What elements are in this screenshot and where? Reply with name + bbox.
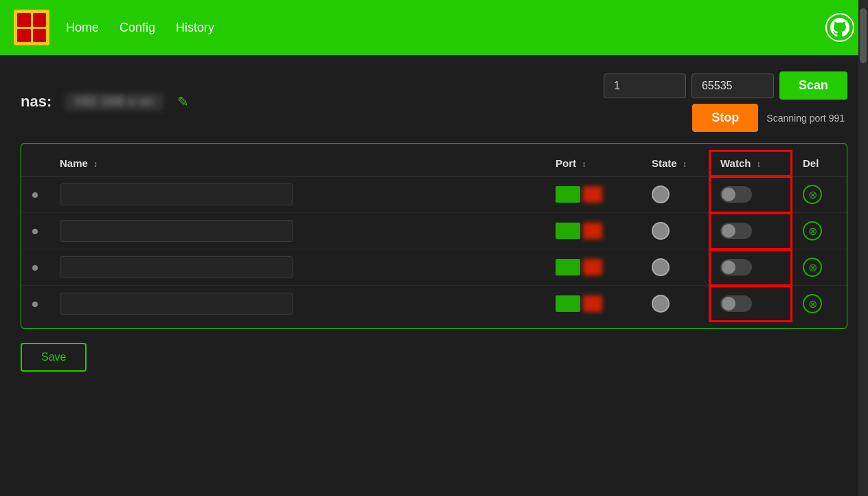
- delete-button[interactable]: ⊗: [803, 294, 822, 313]
- row-name-cell: [49, 286, 545, 322]
- delete-button[interactable]: ⊗: [803, 221, 822, 240]
- row-port-cell: [545, 177, 641, 213]
- port-red-block: [583, 295, 602, 312]
- row-del-cell: ⊗: [792, 286, 847, 322]
- toggle-thumb: [722, 224, 735, 238]
- row-dot: [32, 265, 38, 271]
- col-header-port[interactable]: Port ↕: [545, 150, 641, 177]
- watch-toggle[interactable]: [720, 295, 752, 312]
- col-header-dot: [21, 150, 49, 177]
- row-name-input[interactable]: [60, 220, 293, 242]
- nav-history[interactable]: History: [176, 21, 214, 35]
- state-circle: [652, 295, 670, 313]
- edit-icon[interactable]: ✎: [177, 93, 189, 110]
- host-ip: 192.168.x.xx: [65, 93, 163, 111]
- logo-cell: [33, 13, 47, 27]
- row-watch-cell: [709, 213, 792, 249]
- watch-toggle[interactable]: [720, 223, 752, 239]
- watch-toggle[interactable]: [720, 259, 752, 275]
- row-name-input[interactable]: [60, 293, 293, 315]
- port-green-block: [556, 186, 580, 203]
- host-bar: nas: 192.168.x.xx ✎ Scan Stop Scanning p…: [21, 71, 847, 132]
- scrollbar[interactable]: [858, 0, 868, 496]
- scan-button[interactable]: Scan: [779, 71, 847, 100]
- row-watch-cell: [709, 249, 792, 286]
- col-header-state[interactable]: State ↕: [641, 150, 709, 177]
- logo-cell: [17, 29, 31, 43]
- scrollbar-thumb[interactable]: [860, 8, 867, 63]
- port-green-block: [556, 295, 580, 312]
- row-dot-cell: [21, 286, 49, 322]
- row-dot-cell: [21, 249, 49, 286]
- row-state-cell: [641, 213, 709, 249]
- port-red-block: [583, 223, 602, 239]
- table-row: ⊗: [21, 249, 847, 286]
- row-port-cell: [545, 249, 641, 286]
- row-state-cell: [641, 249, 709, 286]
- col-header-del: Del: [792, 150, 847, 177]
- port-green-block: [556, 223, 580, 239]
- table-row: ⊗: [21, 213, 847, 249]
- toggle-thumb: [722, 188, 735, 201]
- row-dot: [32, 229, 38, 234]
- row-watch-cell: [709, 177, 792, 213]
- scan-controls: Scan Stop Scanning port 991: [604, 71, 847, 132]
- sort-icon-name: ↕: [93, 159, 98, 169]
- row-name-input[interactable]: [60, 256, 293, 278]
- table-header-row: Name ↕ Port ↕ State ↕ Watch ↕: [21, 150, 847, 177]
- col-header-watch[interactable]: Watch ↕: [709, 150, 792, 177]
- scan-status: Scanning port 991: [766, 113, 845, 124]
- row-state-cell: [641, 286, 709, 322]
- row-dot: [32, 302, 38, 307]
- port-from-input[interactable]: [604, 74, 686, 98]
- port-display: [556, 223, 630, 239]
- row-state-cell: [641, 177, 709, 213]
- delete-button[interactable]: ⊗: [803, 185, 822, 204]
- port-display: [556, 186, 630, 203]
- state-circle: [652, 185, 670, 203]
- port-to-input[interactable]: [692, 74, 774, 98]
- col-header-name[interactable]: Name ↕: [49, 150, 545, 177]
- ports-table: Name ↕ Port ↕ State ↕ Watch ↕: [21, 150, 847, 322]
- host-label: nas:: [21, 93, 52, 111]
- logo-cell: [17, 13, 31, 27]
- row-port-cell: [545, 213, 641, 249]
- nav-home[interactable]: Home: [66, 21, 99, 35]
- row-name-cell: [49, 213, 545, 249]
- toggle-thumb: [722, 297, 735, 311]
- nav-links: Home Config History: [66, 21, 825, 35]
- github-icon: [830, 18, 849, 37]
- navbar: Home Config History: [0, 0, 868, 55]
- stop-button[interactable]: Stop: [692, 104, 758, 132]
- toggle-thumb: [722, 260, 735, 274]
- sort-icon-port: ↕: [582, 159, 586, 169]
- port-display: [556, 259, 630, 275]
- app-logo: [14, 10, 49, 45]
- row-name-input[interactable]: [60, 183, 293, 205]
- github-link[interactable]: [825, 13, 854, 42]
- sort-icon-watch: ↕: [757, 159, 761, 169]
- ports-table-container: Name ↕ Port ↕ State ↕ Watch ↕: [21, 143, 847, 329]
- table-row: ⊗: [21, 286, 847, 322]
- row-del-cell: ⊗: [792, 249, 847, 286]
- row-name-cell: [49, 177, 545, 213]
- row-dot-cell: [21, 213, 49, 249]
- row-dot: [32, 192, 38, 198]
- sort-icon-state: ↕: [683, 159, 687, 169]
- port-green-block: [556, 259, 580, 275]
- logo-cell: [33, 29, 47, 43]
- table-row: ⊗: [21, 177, 847, 213]
- scan-actions-row: Stop Scanning port 991: [692, 104, 847, 132]
- port-red-block: [583, 259, 602, 275]
- table-body: ⊗: [21, 177, 847, 322]
- row-del-cell: ⊗: [792, 213, 847, 249]
- row-port-cell: [545, 286, 641, 322]
- nav-config[interactable]: Config: [119, 21, 155, 35]
- state-circle: [652, 258, 670, 276]
- row-dot-cell: [21, 177, 49, 213]
- state-circle: [652, 222, 670, 240]
- delete-button[interactable]: ⊗: [803, 258, 822, 277]
- row-watch-cell: [709, 286, 792, 322]
- save-button[interactable]: Save: [21, 343, 87, 372]
- watch-toggle[interactable]: [720, 186, 752, 203]
